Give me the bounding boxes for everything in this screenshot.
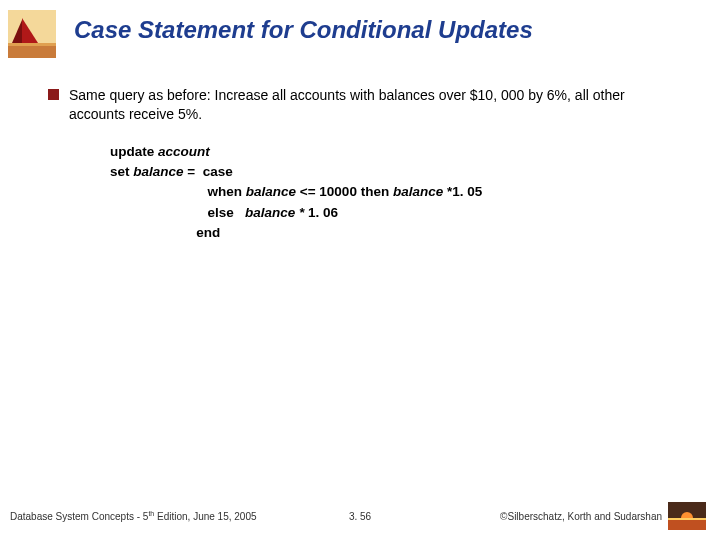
- footer-book: Database System Concepts - 5: [10, 511, 148, 522]
- id-balance-3: balance: [393, 184, 447, 199]
- code-block: update account set balance = case when b…: [48, 142, 680, 243]
- footer-copyright: ©Silberschatz, Korth and Sudarshan: [500, 511, 662, 522]
- op-lte: <= 10000: [296, 184, 361, 199]
- val-105: *1. 05: [447, 184, 482, 199]
- id-balance-1: balance: [133, 164, 183, 179]
- kw-then: then: [361, 184, 393, 199]
- footer-page-number: 3. 56: [349, 511, 371, 522]
- id-account: account: [158, 144, 210, 159]
- square-bullet-icon: [48, 89, 59, 100]
- kw-update: update: [110, 144, 158, 159]
- pad: [110, 184, 208, 199]
- content-area: Same query as before: Increase all accou…: [0, 58, 720, 243]
- page-title: Case Statement for Conditional Updates: [74, 10, 533, 45]
- footer-right: ©Silberschatz, Korth and Sudarshan: [500, 502, 706, 530]
- kw-end: end: [196, 225, 220, 240]
- svg-rect-1: [8, 46, 56, 58]
- sunset-icon: [668, 502, 706, 530]
- kw-when: when: [208, 184, 246, 199]
- val-106: 1. 06: [308, 205, 338, 220]
- svg-rect-8: [668, 518, 706, 520]
- bullet-text: Same query as before: Increase all accou…: [69, 86, 680, 124]
- kw-case: = case: [184, 164, 233, 179]
- id-balance-2: balance: [246, 184, 296, 199]
- footer-left: Database System Concepts - 5th Edition, …: [10, 510, 257, 522]
- footer-date: Edition, June 15, 2005: [154, 511, 256, 522]
- svg-rect-4: [8, 43, 56, 46]
- footer: Database System Concepts - 5th Edition, …: [0, 502, 720, 530]
- id-balance-4: balance *: [245, 205, 308, 220]
- bullet-item: Same query as before: Increase all accou…: [48, 86, 680, 124]
- pad: [110, 225, 196, 240]
- sailboat-icon: [8, 10, 56, 58]
- kw-set: set: [110, 164, 133, 179]
- kw-else: else: [208, 205, 246, 220]
- pad: [110, 205, 208, 220]
